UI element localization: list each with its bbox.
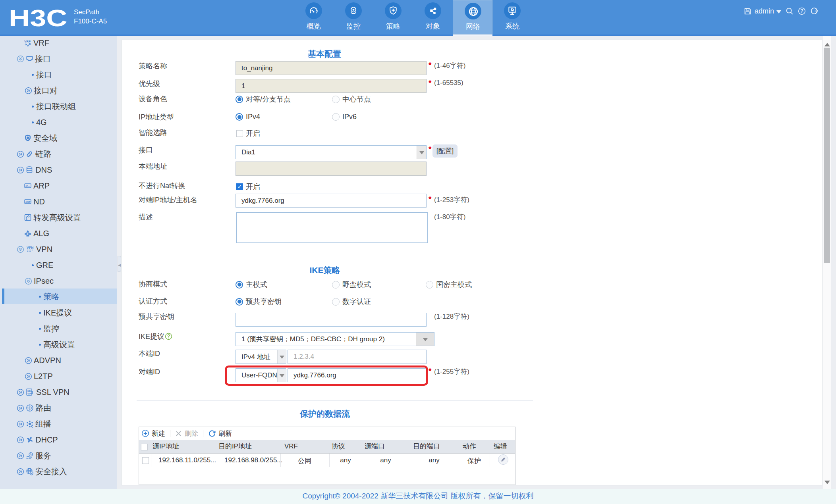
svg-text:VPN: VPN xyxy=(27,246,33,250)
svg-text:IP: IP xyxy=(26,185,28,187)
svg-text:SSL: SSL xyxy=(27,390,32,392)
svg-text:VRF: VRF xyxy=(24,40,31,43)
svg-text:IPv6: IPv6 xyxy=(26,200,31,203)
svg-text:VPN: VPN xyxy=(27,392,32,395)
